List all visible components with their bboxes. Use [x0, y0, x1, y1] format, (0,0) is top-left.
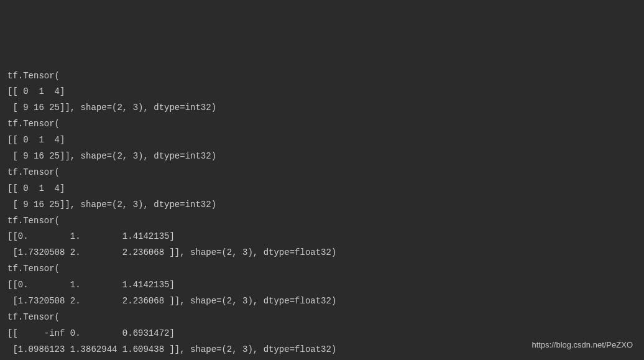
output-line: [1.7320508 2. 2.236068 ]], shape=(2, 3),… [7, 293, 637, 310]
output-line: [[ 0 1 4] [7, 132, 637, 149]
output-line: tf.Tensor( [7, 213, 637, 229]
output-line: [ 9 16 25]], shape=(2, 3), dtype=int32) [7, 149, 637, 165]
output-line: tf.Tensor( [7, 165, 637, 181]
output-line: tf.Tensor( [7, 261, 637, 277]
output-line: [[ 0 1 4] [7, 181, 637, 197]
watermark-text: https://blog.csdn.net/PeZXO [531, 338, 633, 353]
output-line: [ 9 16 25]], shape=(2, 3), dtype=int32) [7, 197, 637, 213]
output-line: tf.Tensor( [7, 358, 637, 360]
output-line: tf.Tensor( [7, 68, 637, 85]
console-output: tf.Tensor([[ 0 1 4] [ 9 16 25]], shape=(… [7, 68, 637, 360]
output-line: [[0. 1. 1.4142135] [7, 277, 637, 293]
output-line: [ 9 16 25]], shape=(2, 3), dtype=int32) [7, 100, 637, 116]
output-line: [1.7320508 2. 2.236068 ]], shape=(2, 3),… [7, 245, 637, 261]
output-line: [[0. 1. 1.4142135] [7, 229, 637, 245]
output-line: [[ 0 1 4] [7, 84, 637, 100]
output-line: tf.Tensor( [7, 116, 637, 132]
output-line: tf.Tensor( [7, 310, 637, 326]
